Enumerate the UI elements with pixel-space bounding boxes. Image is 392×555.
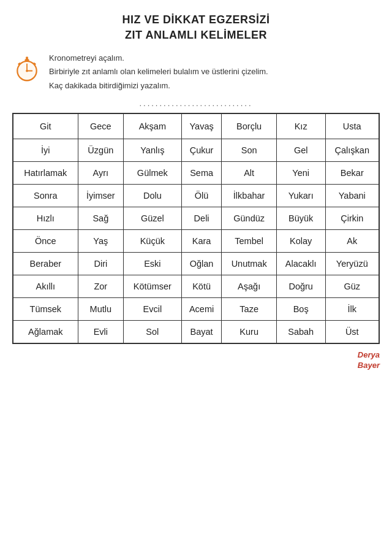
- table-cell: Ağlamak: [13, 320, 78, 343]
- table-cell: Sol: [123, 320, 181, 343]
- table-cell: Kötümser: [123, 275, 181, 297]
- table-cell: Son: [222, 139, 276, 161]
- table-cell: Küçük: [123, 229, 181, 252]
- stopwatch-icon: [12, 53, 42, 82]
- table-cell: Unutmak: [222, 252, 276, 275]
- table-cell: Yavaş: [181, 113, 222, 139]
- table-cell: Çalışkan: [325, 139, 379, 161]
- table-cell: Ak: [325, 229, 379, 252]
- table-cell: Yabani: [325, 184, 379, 207]
- table-cell: Sema: [181, 161, 222, 184]
- table-cell: Yeni: [276, 161, 325, 184]
- table-cell: İlk: [325, 297, 379, 320]
- table-cell: İyi: [13, 139, 78, 161]
- table-cell: Yeryüzü: [325, 252, 379, 275]
- table-cell: Önce: [13, 229, 78, 252]
- table-cell: Sağ: [78, 207, 123, 229]
- table-cell: Akıllı: [13, 275, 78, 297]
- table-cell: Bekar: [325, 161, 379, 184]
- table-cell: Gel: [276, 139, 325, 161]
- table-cell: Güzel: [123, 207, 181, 229]
- table-cell: Bayat: [181, 320, 222, 343]
- table-cell: Çirkin: [325, 207, 379, 229]
- table-row: TümsekMutluEvcilAcemiTazeBoşİlk: [13, 297, 379, 320]
- svg-rect-3: [26, 57, 28, 60]
- table-row: HızlıSağGüzelDeliGündüzBüyükÇirkin: [13, 207, 379, 229]
- table-cell: Tümsek: [13, 297, 78, 320]
- table-cell: Kötü: [181, 275, 222, 297]
- instructions-text: Kronometreyi açalım. Birbiriyle zıt anla…: [49, 52, 268, 92]
- table-cell: Eski: [123, 252, 181, 275]
- table-cell: Borçlu: [222, 113, 276, 139]
- table-cell: Güz: [325, 275, 379, 297]
- signature: Derya Bayer: [12, 350, 380, 371]
- table-cell: Ayrı: [78, 161, 123, 184]
- table-cell: Kuru: [222, 320, 276, 343]
- table-cell: Beraber: [13, 252, 78, 275]
- table-cell: Gündüz: [222, 207, 276, 229]
- table-cell: Hızlı: [13, 207, 78, 229]
- table-cell: Dolu: [123, 184, 181, 207]
- table-cell: Tembel: [222, 229, 276, 252]
- page-title: HIZ VE DİKKAT EGZERSİZİ ZIT ANLAMLI KELİ…: [12, 12, 380, 43]
- table-row: ÖnceYaşKüçükKaraTembelKolayAk: [13, 229, 379, 252]
- table-cell: Hatırlamak: [13, 161, 78, 184]
- table-cell: Sonra: [13, 184, 78, 207]
- table-cell: Çukur: [181, 139, 222, 161]
- table-row: BeraberDiriEskiOğlanUnutmakAlacaklıYeryü…: [13, 252, 379, 275]
- table-cell: Kolay: [276, 229, 325, 252]
- table-cell: Diri: [78, 252, 123, 275]
- table-row: AkıllıZorKötümserKötüAşağıDoğruGüz: [13, 275, 379, 297]
- table-cell: Büyük: [276, 207, 325, 229]
- table-cell: Acemi: [181, 297, 222, 320]
- table-cell: Alacaklı: [276, 252, 325, 275]
- table-cell: Zor: [78, 275, 123, 297]
- table-cell: Boş: [276, 297, 325, 320]
- table-cell: İlkbahar: [222, 184, 276, 207]
- table-cell: Taze: [222, 297, 276, 320]
- table-row: HatırlamakAyrıGülmekSemaAltYeniBekar: [13, 161, 379, 184]
- table-cell: Deli: [181, 207, 222, 229]
- table-cell: Gece: [78, 113, 123, 139]
- table-row: GitGeceAkşamYavaşBorçluKızUsta: [13, 113, 379, 139]
- table-cell: Sabah: [276, 320, 325, 343]
- table-cell: Yukarı: [276, 184, 325, 207]
- table-cell: Kara: [181, 229, 222, 252]
- table-cell: Oğlan: [181, 252, 222, 275]
- table-cell: Üst: [325, 320, 379, 343]
- table-row: İyiÜzgünYanlışÇukurSonGelÇalışkan: [13, 139, 379, 161]
- table-row: SonraİyimserDoluÖlüİlkbaharYukarıYabani: [13, 184, 379, 207]
- table-cell: Evcil: [123, 297, 181, 320]
- table-cell: Aşağı: [222, 275, 276, 297]
- table-cell: Yaş: [78, 229, 123, 252]
- table-row: AğlamakEvliSolBayatKuruSabahÜst: [13, 320, 379, 343]
- table-cell: Gülmek: [123, 161, 181, 184]
- table-cell: Doğru: [276, 275, 325, 297]
- table-cell: Kız: [276, 113, 325, 139]
- table-cell: İyimser: [78, 184, 123, 207]
- table-cell: Üzgün: [78, 139, 123, 161]
- table-cell: Alt: [222, 161, 276, 184]
- word-table: GitGeceAkşamYavaşBorçluKızUstaİyiÜzgünYa…: [12, 113, 380, 344]
- instructions-area: Kronometreyi açalım. Birbiriyle zıt anla…: [12, 52, 380, 92]
- table-cell: Usta: [325, 113, 379, 139]
- table-cell: Akşam: [123, 113, 181, 139]
- dotted-line: ............................: [12, 99, 380, 108]
- table-cell: Evli: [78, 320, 123, 343]
- svg-point-8: [26, 70, 28, 72]
- table-cell: Yanlış: [123, 139, 181, 161]
- table-cell: Mutlu: [78, 297, 123, 320]
- table-cell: Git: [13, 113, 78, 139]
- table-cell: Ölü: [181, 184, 222, 207]
